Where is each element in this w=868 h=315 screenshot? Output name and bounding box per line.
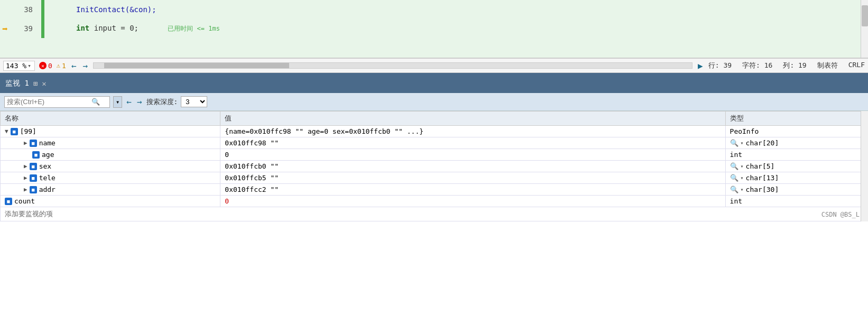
search-magnify-icon: 🔍 bbox=[91, 98, 100, 106]
zoom-value: 143 % bbox=[6, 62, 26, 70]
type-cell-addr: 🔍 ▾ char[30] bbox=[725, 184, 867, 196]
search-icon-sex[interactable]: 🔍 bbox=[730, 162, 738, 170]
horizontal-scrollbar[interactable] bbox=[93, 62, 692, 69]
table-row-name: ▶ ■ name 0x010ffc98 "" 🔍 ▾ char[20] bbox=[1, 137, 868, 149]
search-nav-back[interactable]: ← bbox=[125, 97, 133, 107]
type-cell-tele: 🔍 ▾ char[13] bbox=[725, 172, 867, 184]
dropdown-arrow-name[interactable]: ▾ bbox=[741, 140, 744, 146]
cube-icon-name: ■ bbox=[30, 140, 37, 147]
expand-arrow-tele[interactable]: ▶ bbox=[24, 174, 27, 181]
code-line-39: ➡ 39 int input = 0; 已用时间 <= 1ms bbox=[0, 19, 868, 38]
value-cell-count: 0 bbox=[220, 196, 725, 207]
type-cell-count: int bbox=[725, 196, 867, 207]
value-cell-sex: 0x010ffcb0 "" bbox=[220, 161, 725, 172]
search-nav-forward[interactable]: → bbox=[136, 97, 143, 107]
expand-arrow-name[interactable]: ▶ bbox=[24, 140, 27, 146]
dropdown-arrow-sex[interactable]: ▾ bbox=[741, 163, 744, 169]
watermark: CSDN @BS_L bbox=[821, 211, 860, 218]
code-content-39: int input = 0; 已用时间 <= 1ms bbox=[76, 24, 220, 33]
table-header-row: 名称 值 类型 bbox=[1, 112, 868, 126]
code-scrollbar-thumb bbox=[862, 5, 868, 26]
depth-select[interactable]: 3 1 2 4 5 bbox=[181, 96, 207, 107]
type-cell-age: int bbox=[725, 149, 867, 161]
watch-right-scrollbar[interactable] bbox=[861, 111, 868, 221]
code-rest-39: input = 0; bbox=[94, 24, 147, 32]
type-text-sex: char[5] bbox=[746, 162, 775, 170]
col-header-type: 类型 bbox=[725, 112, 867, 126]
name-cell-sex: ▶ ■ sex bbox=[1, 161, 220, 172]
type-text-addr: char[30] bbox=[746, 186, 779, 193]
name-text-sex: sex bbox=[39, 162, 51, 170]
status-bar: 143 % ▾ ✕ 0 ⚠ 1 ← → ▶ 行: 39 字符: 16 列: 19… bbox=[0, 58, 868, 73]
add-watch-row[interactable]: 添加要监视的项 bbox=[1, 207, 868, 221]
name-cell-name: ▶ ■ name bbox=[1, 137, 220, 149]
search-input[interactable] bbox=[7, 98, 91, 106]
name-text-addr: addr bbox=[39, 186, 56, 193]
add-watch-label[interactable]: 添加要监视的项 bbox=[1, 207, 868, 221]
cube-icon-sex: ■ bbox=[30, 163, 37, 170]
warning-badge[interactable]: ⚠ 1 bbox=[57, 62, 66, 70]
name-cell-tele: ▶ ■ tele bbox=[1, 172, 220, 184]
watch-search-bar: 🔍 ▾ ← → 搜索深度: 3 1 2 4 5 bbox=[0, 93, 868, 111]
error-badge[interactable]: ✕ 0 bbox=[39, 62, 52, 70]
search-icon-tele[interactable]: 🔍 bbox=[730, 174, 738, 182]
close-watch-icon[interactable]: ✕ bbox=[42, 79, 46, 88]
code-text-38: InitContact(&con); bbox=[76, 5, 156, 14]
table-row-count: ■ count 0 int bbox=[1, 196, 868, 207]
code-editor: 38 InitContact(&con); ➡ 39 int input = 0… bbox=[0, 0, 868, 58]
cube-icon-tele: ■ bbox=[30, 174, 37, 182]
name-cell-99: ▼ ■ [99] bbox=[1, 126, 220, 137]
expand-arrow-sex[interactable]: ▶ bbox=[24, 163, 27, 170]
table-row-sex: ▶ ■ sex 0x010ffcb0 "" 🔍 ▾ char[5] bbox=[1, 161, 868, 172]
code-line-38: 38 InitContact(&con); bbox=[0, 0, 868, 19]
cube-icon-addr: ■ bbox=[30, 186, 37, 193]
name-cell-count: ■ count bbox=[1, 196, 220, 207]
expand-arrow-addr[interactable]: ▶ bbox=[24, 186, 27, 193]
search-dropdown-arrow: ▾ bbox=[116, 98, 119, 106]
line-number-38: 38 bbox=[15, 5, 41, 14]
search-input-box[interactable]: 🔍 bbox=[4, 96, 110, 108]
line-number-39: 39 bbox=[15, 24, 41, 33]
dropdown-arrow-tele[interactable]: ▾ bbox=[741, 175, 744, 181]
dropdown-arrow-addr[interactable]: ▾ bbox=[741, 187, 744, 192]
line-arrow-39: ➡ bbox=[2, 23, 15, 34]
value-cell-99: {name=0x010ffc98 "" age=0 sex=0x010ffcb0… bbox=[220, 126, 725, 137]
code-vertical-scrollbar[interactable] bbox=[861, 0, 868, 58]
expand-arrow-99[interactable]: ▼ bbox=[5, 128, 8, 135]
zoom-control[interactable]: 143 % ▾ bbox=[3, 61, 35, 71]
cube-icon-count: ■ bbox=[5, 198, 12, 205]
nav-forward-arrow[interactable]: → bbox=[82, 61, 89, 71]
value-cell-name: 0x010ffc98 "" bbox=[220, 137, 725, 149]
type-text-name: char[20] bbox=[746, 139, 779, 147]
col-header-name: 名称 bbox=[1, 112, 220, 126]
watch-panel: 监视 1 ⊞ ✕ 🔍 ▾ ← → 搜索深度: 3 1 2 4 5 名称 值 bbox=[0, 73, 868, 221]
nav-back-arrow[interactable]: ← bbox=[70, 61, 78, 71]
cube-icon-age: ■ bbox=[32, 151, 40, 159]
pin-icon[interactable]: ⊞ bbox=[33, 79, 38, 88]
error-count: 0 bbox=[48, 62, 52, 70]
current-line-arrow-icon: ➡ bbox=[2, 23, 8, 34]
table-row-tele: ▶ ■ tele 0x010ffcb5 "" 🔍 ▾ char[13] bbox=[1, 172, 868, 184]
table-row-age: ■ age 0 int bbox=[1, 149, 868, 161]
search-icon-name[interactable]: 🔍 bbox=[730, 139, 738, 147]
type-cell-99: PeoInfo bbox=[725, 126, 867, 137]
depth-label: 搜索深度: bbox=[146, 97, 178, 107]
status-crlf: CRLF bbox=[848, 61, 865, 70]
zoom-dropdown-icon: ▾ bbox=[27, 62, 31, 69]
warning-triangle-icon: ⚠ bbox=[57, 62, 60, 69]
error-circle-icon: ✕ bbox=[39, 62, 47, 69]
keyword-int: int bbox=[76, 24, 89, 32]
watch-table: 名称 值 类型 ▼ ■ [99] {name=0x010ffc98 "" ag bbox=[0, 111, 868, 221]
horizontal-scrollbar-thumb bbox=[104, 63, 289, 68]
green-bar-39 bbox=[41, 19, 44, 38]
search-dropdown-button[interactable]: ▾ bbox=[113, 96, 122, 108]
code-comment-39: 已用时间 <= 1ms bbox=[168, 25, 220, 32]
name-cell-age: ■ age bbox=[1, 149, 220, 161]
scroll-right-arrow[interactable]: ▶ bbox=[697, 61, 704, 71]
watch-title: 监视 1 bbox=[5, 79, 29, 88]
watch-table-container: 名称 值 类型 ▼ ■ [99] {name=0x010ffc98 "" ag bbox=[0, 111, 868, 221]
col-header-value: 值 bbox=[220, 112, 725, 126]
search-icon-addr[interactable]: 🔍 bbox=[730, 186, 738, 193]
table-row-99: ▼ ■ [99] {name=0x010ffc98 "" age=0 sex=0… bbox=[1, 126, 868, 137]
name-text-name: name bbox=[39, 139, 56, 147]
